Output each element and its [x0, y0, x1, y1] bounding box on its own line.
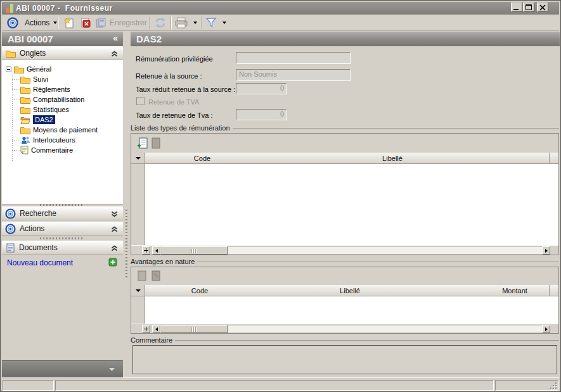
toolbar-separator — [201, 16, 202, 29]
window-titlebar: ABI 00007 - Fournisseur — [2, 2, 559, 15]
h-scrollbar-thumb[interactable] — [160, 325, 228, 333]
tree-item-label: Statistiques — [33, 106, 69, 113]
chevron-up-double-icon — [111, 245, 118, 251]
filter-button[interactable] — [205, 16, 226, 29]
delete-row-button — [151, 137, 160, 149]
status-cell-right — [495, 380, 558, 391]
print-dropdown-icon[interactable] — [193, 22, 197, 24]
selector-dropdown-icon — [136, 289, 141, 292]
chevron-down-double-icon — [111, 211, 118, 217]
grid-scroll-strip — [131, 245, 558, 255]
toolbar-separator — [171, 16, 172, 29]
filter-dropdown-icon[interactable] — [222, 22, 226, 24]
retenue-tva-label: Retenue de TVA — [148, 98, 199, 106]
new-record-button[interactable] — [62, 16, 76, 29]
print-button[interactable] — [175, 16, 197, 29]
app-icon — [5, 4, 14, 13]
scroll-right-button[interactable] — [542, 246, 550, 255]
minimize-button[interactable] — [511, 3, 522, 12]
sidebar-overflow-bar[interactable] — [2, 360, 123, 377]
column-header-libelle[interactable]: Libellé — [318, 287, 382, 294]
tree-item-label: Règlements — [33, 85, 70, 93]
column-header-libelle[interactable]: Libellé — [354, 155, 430, 162]
add-document-button[interactable] — [108, 258, 117, 267]
new-document-link[interactable]: Nouveau document — [7, 258, 73, 267]
folder-icon — [20, 106, 30, 114]
printer-icon — [175, 17, 188, 28]
commentaire-group-header: Commentaire — [131, 336, 559, 344]
resize-grip[interactable] — [549, 381, 557, 389]
scroll-left-button[interactable] — [152, 246, 160, 255]
tree-item-statistiques[interactable]: Statistiques — [12, 104, 69, 115]
tree-expander-icon[interactable] — [6, 66, 11, 72]
tree-item-das2[interactable]: DAS2 — [12, 115, 55, 125]
splitter-handle[interactable] — [40, 237, 84, 239]
close-icon — [539, 4, 546, 11]
save-button: Enregistrer — [93, 16, 150, 29]
tree-item-commentaire[interactable]: Commentaire — [12, 145, 73, 155]
scroll-right-button[interactable] — [542, 325, 550, 333]
section-header-documents[interactable]: Documents — [2, 241, 123, 255]
toolbar-separator — [149, 16, 150, 29]
column-header-montant[interactable]: Montant — [483, 287, 546, 294]
panel-splitter-handle[interactable] — [126, 210, 127, 279]
tree-item-moyens-de-paiement[interactable]: Moyens de paiement — [12, 125, 98, 135]
tree-item-comptabilisation[interactable]: Comptabilisation — [12, 94, 84, 104]
row-selector-header[interactable] — [131, 153, 145, 164]
tree-item-interlocuteurs[interactable]: Interlocuteurs — [12, 135, 75, 145]
section-header-onglets[interactable]: Onglets — [2, 46, 123, 60]
column-header-code[interactable]: Code — [168, 287, 231, 294]
remuneration-input — [236, 52, 351, 64]
avantages-grid: Code Libellé Montant — [131, 267, 559, 334]
page-title: DAS2 — [136, 34, 162, 44]
comment-textarea — [132, 345, 557, 374]
chevron-down-icon — [108, 367, 115, 372]
remuneration-group-header: Liste des types de rémunération — [131, 124, 559, 132]
delete-row-button-disabled — [151, 270, 160, 282]
taux-reduit-label: Taux réduit retenue à la source : — [136, 85, 235, 93]
actions-menu-button[interactable]: Actions — [21, 16, 61, 29]
grid-scroll-strip — [131, 324, 558, 333]
avantages-group-header: Avantages en nature — [131, 258, 559, 265]
grid-header-row: Code Libellé — [145, 153, 549, 164]
splitter-handle[interactable] — [40, 204, 84, 206]
section-label-documents: Documents — [19, 243, 58, 252]
taux-reduit-input: 0 — [236, 83, 287, 94]
group-rule — [175, 340, 559, 341]
section-label-actions: Actions — [20, 224, 44, 233]
close-button[interactable] — [537, 3, 548, 12]
add-row-button[interactable] — [137, 137, 148, 149]
retenue-source-input: Non Soumis — [236, 69, 351, 81]
taux-tva-input: 0 — [236, 109, 287, 120]
refresh-button — [153, 16, 168, 29]
tree-item-label: Moyens de paiement — [33, 126, 98, 134]
refresh-icon — [154, 17, 167, 28]
add-row-plus-button[interactable] — [142, 325, 150, 333]
collapse-sidebar-button[interactable]: « — [113, 33, 118, 43]
h-scrollbar-thumb[interactable] — [160, 246, 228, 255]
window-title: ABI 00007 - Fournisseur — [16, 4, 113, 13]
row-selector-header[interactable] — [131, 285, 145, 296]
taux-tva-label: Taux de retenue de Tva : — [136, 111, 213, 119]
scroll-left-button[interactable] — [152, 325, 160, 333]
group-rule — [197, 262, 559, 262]
tree-item-label: Commentaire — [31, 146, 73, 154]
main-panel-header: DAS2 — [131, 32, 560, 46]
sidebar: ABI 00007 « Onglets Général — [2, 32, 123, 377]
section-header-actions[interactable]: Actions — [2, 222, 123, 236]
tree-item-label: Général — [27, 65, 51, 73]
section-header-recherche[interactable]: Recherche — [2, 206, 123, 220]
save-label: Enregistrer — [110, 18, 147, 27]
maximize-button[interactable] — [523, 3, 534, 12]
column-header-code[interactable]: Code — [171, 155, 234, 162]
tree-item-reglements[interactable]: Règlements — [12, 84, 70, 94]
grid-header-filler — [549, 285, 558, 296]
folder-icon — [14, 65, 24, 73]
delete-record-button[interactable] — [79, 16, 93, 29]
avantages-group-title: Avantages en nature — [131, 258, 195, 265]
add-row-plus-button[interactable] — [142, 246, 150, 255]
tree-item-label-selected: DAS2 — [33, 115, 55, 124]
tree-item-suivi[interactable]: Suivi — [12, 74, 48, 84]
document-icon — [6, 243, 15, 253]
chevron-down-icon — [53, 22, 57, 24]
